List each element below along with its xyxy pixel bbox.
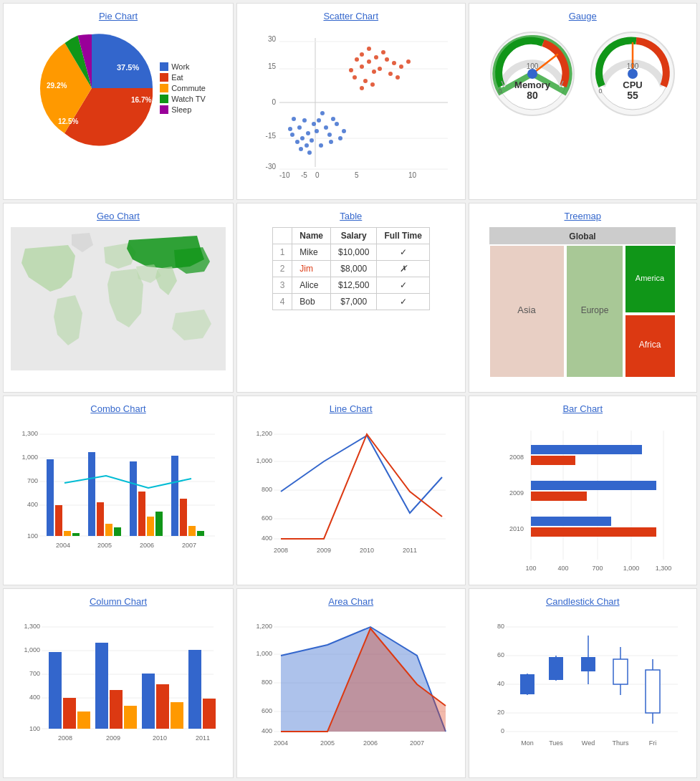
svg-rect-113 <box>138 492 145 536</box>
table-cell-salary: $8,000 <box>331 261 377 277</box>
svg-text:700: 700 <box>29 670 39 677</box>
svg-rect-167 <box>49 652 62 729</box>
svg-text:15: 15 <box>268 62 277 70</box>
svg-rect-111 <box>114 527 121 536</box>
legend-watchtv-label: Watch TV <box>171 95 206 103</box>
line-chart-cell: Line Chart 1,200 1,000 800 600 400 2008 … <box>236 396 466 585</box>
table-cell-name: Mike <box>292 244 331 261</box>
candlestick-chart-title[interactable]: Candlestick Chart <box>546 596 620 607</box>
scatter-chart-title[interactable]: Scatter Chart <box>323 11 378 21</box>
combo-chart-title[interactable]: Combo Chart <box>90 403 145 414</box>
svg-rect-170 <box>95 643 108 729</box>
svg-point-29 <box>360 52 364 57</box>
svg-point-40 <box>302 118 307 123</box>
charts-grid: Pie Chart 37.5% 16.7% 12.5% 29.2% <box>0 0 700 781</box>
svg-rect-110 <box>105 524 112 536</box>
svg-point-27 <box>392 61 396 65</box>
svg-point-38 <box>355 57 359 62</box>
svg-point-52 <box>315 129 319 133</box>
table-chart-title[interactable]: Table <box>340 211 362 221</box>
table-row: 1 Mike $10,000 ✓ <box>272 244 429 261</box>
svg-text:2010: 2010 <box>152 734 166 742</box>
svg-rect-176 <box>188 650 201 729</box>
svg-point-34 <box>349 68 353 72</box>
area-chart-svg: 1,200 1,000 800 600 400 2004 2005 2006 2… <box>245 613 456 770</box>
svg-rect-108 <box>88 452 95 536</box>
svg-text:16.7%: 16.7% <box>131 96 151 104</box>
treemap-chart-title[interactable]: Treemap <box>564 211 601 221</box>
svg-text:12.5%: 12.5% <box>58 118 78 125</box>
svg-text:600: 600 <box>262 514 272 522</box>
legend-commute-color <box>160 84 168 92</box>
svg-rect-220 <box>646 670 660 713</box>
svg-point-32 <box>388 72 393 76</box>
table-cell-num: 2 <box>272 261 292 277</box>
table-cell-salary: $12,500 <box>331 277 377 294</box>
svg-point-58 <box>331 117 335 121</box>
svg-point-24 <box>363 79 368 83</box>
svg-text:400: 400 <box>557 565 568 572</box>
svg-text:2004: 2004 <box>274 739 288 747</box>
svg-text:0: 0 <box>501 727 504 734</box>
table-header-salary: Salary <box>331 228 377 244</box>
legend-commute: Commute <box>160 84 206 92</box>
svg-rect-105 <box>55 505 62 536</box>
pie-chart-svg: 37.5% 16.7% 12.5% 29.2% <box>31 27 153 149</box>
svg-point-30 <box>399 64 403 69</box>
table-cell-fulltime: ✓ <box>377 277 429 294</box>
svg-rect-169 <box>77 711 90 729</box>
svg-text:0: 0 <box>272 98 276 106</box>
svg-text:2007: 2007 <box>410 739 424 747</box>
svg-text:2008: 2008 <box>57 734 72 742</box>
svg-text:600: 600 <box>262 707 272 714</box>
svg-rect-115 <box>155 512 163 536</box>
legend-eat-color <box>160 73 168 82</box>
svg-point-57 <box>327 133 332 137</box>
svg-text:2008: 2008 <box>274 547 288 554</box>
svg-point-35 <box>367 47 371 51</box>
svg-rect-214 <box>581 657 595 671</box>
svg-rect-106 <box>64 531 71 536</box>
svg-text:-10: -10 <box>279 171 290 179</box>
svg-text:40: 40 <box>497 680 504 687</box>
geo-chart-title[interactable]: Geo Chart <box>97 211 140 221</box>
table-cell-name: Alice <box>292 277 331 294</box>
svg-text:5: 5 <box>355 171 359 179</box>
svg-text:800: 800 <box>262 679 272 686</box>
table-cell-num: 4 <box>272 294 292 310</box>
line-chart-svg: 1,200 1,000 800 600 400 2008 2009 2010 2… <box>245 420 456 578</box>
svg-text:700: 700 <box>592 565 603 572</box>
pie-chart-title[interactable]: Pie Chart <box>99 11 138 21</box>
svg-text:-30: -30 <box>265 163 276 171</box>
svg-text:America: America <box>636 274 665 282</box>
table-cell-name: Bob <box>292 294 331 310</box>
svg-point-74 <box>527 69 537 79</box>
svg-text:2005: 2005 <box>320 739 335 747</box>
svg-text:0: 0 <box>599 87 603 95</box>
bar-chart-title[interactable]: Bar Chart <box>562 403 603 414</box>
svg-point-53 <box>290 133 294 137</box>
legend-eat: Eat <box>160 73 206 82</box>
column-chart-title[interactable]: Column Chart <box>90 596 147 607</box>
svg-text:0: 0 <box>315 171 320 179</box>
table-cell-salary: $7,000 <box>331 294 377 310</box>
table-cell-fulltime: ✓ <box>377 244 429 261</box>
svg-rect-217 <box>613 659 628 684</box>
svg-point-39 <box>395 75 400 80</box>
gauge-chart-title[interactable]: Gauge <box>569 11 597 21</box>
table-row: 4 Bob $7,000 ✓ <box>272 294 429 310</box>
table-cell-name: Jim <box>292 261 331 277</box>
svg-text:Africa: Africa <box>639 340 661 350</box>
svg-text:1,200: 1,200 <box>256 623 273 630</box>
svg-point-36 <box>370 82 375 87</box>
line-chart-title[interactable]: Line Chart <box>330 403 373 414</box>
svg-point-59 <box>335 122 339 126</box>
svg-text:2009: 2009 <box>509 489 524 497</box>
svg-text:55: 55 <box>627 90 638 101</box>
column-chart-svg: 1,300 1,000 700 400 100 <box>13 613 224 770</box>
bar-chart-cell: Bar Chart 100 400 700 1,000 1,300 2008 2… <box>469 396 698 585</box>
svg-point-23 <box>353 75 357 80</box>
area-chart-title[interactable]: Area Chart <box>328 596 373 607</box>
svg-text:2008: 2008 <box>509 454 524 461</box>
svg-rect-117 <box>180 499 187 536</box>
